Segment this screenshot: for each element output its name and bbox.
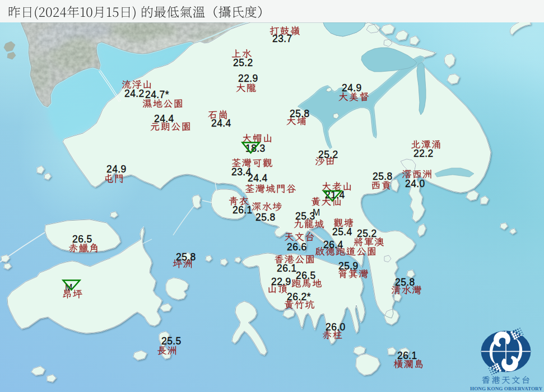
svg-text:25.8: 25.8 (373, 171, 393, 182)
svg-text:22.9: 22.9 (271, 276, 291, 287)
svg-text:23.7: 23.7 (272, 33, 292, 44)
svg-text:25.8: 25.8 (290, 108, 310, 119)
svg-text:26.1: 26.1 (233, 204, 253, 216)
svg-text:24.9: 24.9 (342, 82, 362, 94)
svg-text:HONG KONG OBSERVATORY: HONG KONG OBSERVATORY (470, 386, 542, 391)
svg-text:24.4: 24.4 (211, 118, 231, 129)
svg-text:25.2: 25.2 (318, 149, 338, 160)
svg-text:25.4: 25.4 (332, 226, 352, 237)
svg-text:26.4: 26.4 (323, 239, 343, 250)
svg-text:24.7*: 24.7* (145, 89, 169, 100)
svg-text:22.9: 22.9 (238, 73, 258, 84)
svg-text:26.5: 26.5 (72, 234, 92, 245)
svg-text:26.1: 26.1 (277, 263, 297, 274)
svg-text:18.3: 18.3 (245, 143, 266, 154)
svg-text:26.0: 26.0 (326, 321, 346, 333)
svg-text:25.9: 25.9 (338, 260, 359, 272)
svg-text:25.2: 25.2 (233, 57, 253, 68)
svg-text:22.2: 22.2 (413, 148, 434, 159)
svg-text:25.2: 25.2 (357, 228, 377, 239)
svg-text:26.2*: 26.2* (287, 291, 311, 302)
svg-text:24.9: 24.9 (106, 164, 127, 175)
svg-text:24.4: 24.4 (248, 172, 268, 184)
svg-text:25.8: 25.8 (176, 251, 196, 263)
svg-text:25.8: 25.8 (395, 277, 415, 288)
svg-text:26.1: 26.1 (397, 350, 417, 361)
svg-text:25.8: 25.8 (255, 212, 276, 223)
svg-text:24.4: 24.4 (154, 113, 174, 124)
svg-text:26.5: 26.5 (296, 270, 316, 281)
svg-text:24.2: 24.2 (124, 88, 145, 99)
svg-text:26.6: 26.6 (287, 241, 307, 253)
svg-text:25.5: 25.5 (161, 335, 182, 347)
svg-text:24.0: 24.0 (405, 178, 425, 189)
svg-text:M: M (313, 208, 320, 217)
